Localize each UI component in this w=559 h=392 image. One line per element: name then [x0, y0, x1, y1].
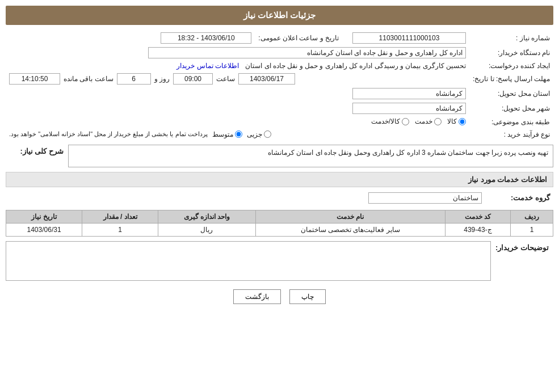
category-radio-service: خدمت: [415, 117, 442, 125]
service-table-header-row: ردیف کد خدمت نام خدمت واحد اندازه گیری ت…: [6, 210, 553, 223]
purchase-type-treasury-note: پرداخت تمام یا بخشی از مبلغ خریدار از مح…: [9, 130, 208, 138]
category-radio-goods-service-input[interactable]: [402, 118, 409, 125]
col-header-date: تاریخ نیاز: [6, 210, 82, 223]
service-table-header: ردیف کد خدمت نام خدمت واحد اندازه گیری ت…: [6, 210, 553, 223]
need-number-cell: 1103001111000103: [344, 31, 469, 45]
category-goods-label: کالا: [447, 117, 457, 125]
buyer-comments-label: توضیحات خریدار:: [491, 241, 553, 252]
col-header-code: کد خدمت: [445, 210, 510, 223]
action-buttons: چاپ بازگشت: [6, 289, 553, 304]
purchase-type-radio-medium: متوسط: [212, 130, 242, 138]
reply-days: 6: [117, 73, 151, 85]
announce-date-label: تاریخ و ساعت اعلان عمومی:: [255, 31, 344, 45]
creator-value: تحسین کارگری بیمان و رسیدگی اداره کل راه…: [245, 62, 466, 70]
purchase-type-radio-small: جزیی: [247, 130, 271, 138]
purchase-type-small-input[interactable]: [264, 130, 271, 138]
province-cell: کرمانشاه: [6, 86, 469, 101]
buyer-org-value: اداره کل راهداری و حمل و نقل جاده ای است…: [148, 47, 466, 58]
service-group-value: ساختمان: [368, 192, 482, 204]
buyer-org-cell: اداره کل راهداری و حمل و نقل جاده ای است…: [6, 45, 469, 60]
category-goods-service-label: کالا/خدمت: [371, 117, 400, 125]
reply-deadline-cell: 14:10:50 ساعت باقی مانده 6 روز و 09:00 س…: [6, 71, 469, 86]
row-purchase-type: نوع فرآیند خرید : پرداخت تمام یا بخشی از…: [6, 129, 553, 140]
cell-name: سایر فعالیت‌های تخصصی ساختمان: [255, 223, 445, 236]
print-button[interactable]: چاپ: [289, 289, 326, 304]
need-description-label: شرح کلی نیاز:: [6, 145, 68, 155]
need-description-value: تهیه ونصب پرده زبرا جهت ساختمان شماره 3 …: [68, 145, 553, 167]
category-cell: کالا/خدمت خدمت کالا: [6, 116, 469, 129]
back-button[interactable]: بازگشت: [233, 289, 281, 304]
province-value: کرمانشاه: [352, 88, 466, 99]
cell-row: 1: [511, 223, 553, 236]
city-value: کرمانشاه: [352, 103, 466, 114]
cell-quantity: 1: [82, 223, 158, 236]
row-province: استان محل تحویل: کرمانشاه: [6, 86, 553, 101]
row-buyer-org: نام دستگاه خریدار: اداره کل راهداری و حم…: [6, 45, 553, 60]
row-city: شهر محل تحویل: کرمانشاه: [6, 101, 553, 116]
buyer-comments-textarea[interactable]: [6, 241, 491, 281]
service-items-table: ردیف کد خدمت نام خدمت واحد اندازه گیری ت…: [6, 210, 553, 237]
need-description-section: شرح کلی نیاز: تهیه ونصب پرده زبرا جهت سا…: [6, 145, 553, 167]
col-header-quantity: تعداد / مقدار: [82, 210, 158, 223]
category-radio-service-input[interactable]: [434, 118, 442, 125]
row-creator: ایجاد کننده درخواست: تحسین کارگری بیمان …: [6, 60, 553, 71]
row-reply-deadline: مهلت ارسال پاسخ: تا تاریخ: 14:10:50 ساعت…: [6, 71, 553, 86]
creator-cell: تحسین کارگری بیمان و رسیدگی اداره کل راه…: [6, 60, 469, 71]
cell-code: ج-43-439: [445, 223, 510, 236]
purchase-type-row: پرداخت تمام یا بخشی از مبلغ خریدار از مح…: [9, 130, 466, 138]
page-header: جزئیات اطلاعات نیاز: [6, 6, 553, 25]
need-number-value: 1103001111000103: [352, 32, 466, 44]
purchase-type-label: نوع فرآیند خرید :: [469, 129, 553, 140]
category-label: طبقه بندی موضوعی:: [469, 116, 553, 129]
announce-date-cell: 1403/06/10 - 18:32: [6, 31, 255, 45]
reply-date: 1403/06/17: [238, 73, 295, 85]
reply-deadline-label: مهلت ارسال پاسخ: تا تاریخ:: [469, 71, 553, 86]
services-section-title: اطلاعات خدمات مورد نیاز: [6, 172, 553, 187]
col-header-name: نام خدمت: [255, 210, 445, 223]
purchase-type-medium-input[interactable]: [235, 130, 242, 138]
buyer-org-label: نام دستگاه خریدار:: [469, 45, 553, 60]
page-wrapper: جزئیات اطلاعات نیاز شماره نیاز : 1103001…: [0, 0, 559, 392]
need-number-label: شماره نیاز :: [469, 31, 553, 45]
row-category: طبقه بندی موضوعی: کالا/خدمت خدمت کالا: [6, 116, 553, 129]
deadline-row: 14:10:50 ساعت باقی مانده 6 روز و 09:00 س…: [9, 73, 466, 85]
purchase-type-medium-label: متوسط: [212, 130, 233, 138]
purchase-type-small-label: جزیی: [247, 130, 262, 138]
city-cell: کرمانشاه: [6, 101, 469, 116]
service-group-row: گروه خدمت: ساختمان: [6, 191, 553, 205]
buyer-comments-wrapper: [6, 241, 491, 283]
creator-contact-link[interactable]: اطلاعات تماس خریدار: [176, 62, 239, 70]
page-title: جزئیات اطلاعات نیاز: [243, 10, 316, 20]
reply-time-label: ساعت: [216, 75, 235, 83]
service-group-table: گروه خدمت: ساختمان: [6, 191, 553, 205]
buyer-comments-section: توضیحات خریدار:: [6, 241, 553, 283]
category-service-label: خدمت: [415, 117, 432, 125]
city-label: شهر محل تحویل:: [469, 101, 553, 116]
category-radio-goods: کالا: [447, 117, 466, 125]
table-row: 1ج-43-439سایر فعالیت‌های تخصصی ساختمانری…: [6, 223, 553, 236]
service-group-cell: ساختمان: [6, 191, 485, 205]
announce-date-value: 1403/06/10 - 18:32: [161, 32, 251, 44]
col-header-row: ردیف: [511, 210, 553, 223]
cell-unit: ریال: [158, 223, 256, 236]
reply-time: 09:00: [173, 73, 213, 85]
row-need-number: شماره نیاز : 1103001111000103 تاریخ و سا…: [6, 31, 553, 45]
service-table-body: 1ج-43-439سایر فعالیت‌های تخصصی ساختمانری…: [6, 223, 553, 236]
main-info-table: شماره نیاز : 1103001111000103 تاریخ و سا…: [6, 31, 553, 140]
cell-date: 1403/06/31: [6, 223, 82, 236]
service-group-label: گروه خدمت:: [485, 191, 553, 205]
col-header-unit: واحد اندازه گیری: [158, 210, 256, 223]
province-label: استان محل تحویل:: [469, 86, 553, 101]
purchase-type-cell: پرداخت تمام یا بخشی از مبلغ خریدار از مح…: [6, 129, 469, 140]
reply-remaining-time: 14:10:50: [9, 73, 60, 85]
category-radio-group: کالا/خدمت خدمت کالا: [371, 117, 466, 125]
reply-remaining-label: ساعت باقی مانده: [64, 75, 114, 83]
category-radio-goods-service: کالا/خدمت: [371, 117, 409, 125]
category-radio-goods-input[interactable]: [459, 118, 466, 125]
reply-day-label: روز و: [154, 75, 170, 83]
creator-label: ایجاد کننده درخواست:: [469, 60, 553, 71]
need-description-wrapper: تهیه ونصب پرده زبرا جهت ساختمان شماره 3 …: [68, 145, 553, 167]
